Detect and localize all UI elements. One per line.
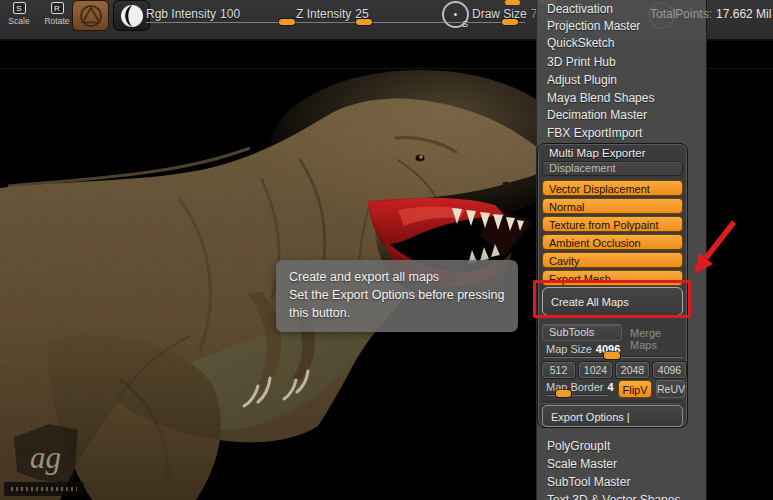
sphere-brush-icon	[114, 1, 149, 30]
z-intensity-handle[interactable]	[356, 19, 372, 25]
rotate-tool-button[interactable]: R Rotate	[40, 0, 74, 26]
menu-item-fbx-exportimport[interactable]: FBX ExportImport	[537, 125, 706, 141]
tooltip-title: Create and export all maps	[289, 268, 505, 286]
size-preset-1024[interactable]: 1024	[579, 362, 612, 378]
reuv-toggle[interactable]: ReUV	[656, 380, 685, 398]
flipv-toggle[interactable]: FlipV	[618, 380, 652, 398]
displacement-button[interactable]: Displacement	[542, 161, 683, 176]
menu-item-polygroupit[interactable]: PolyGroupIt	[537, 438, 706, 454]
z-intensity-track	[296, 22, 456, 23]
multi-map-exporter-title[interactable]: Multi Map Exporter	[549, 147, 646, 159]
ambient-occlusion-toggle[interactable]: Ambient Occlusion	[542, 234, 683, 250]
draw-size-handle[interactable]	[502, 19, 518, 25]
z-intensity-slider[interactable]: Z Intensity25	[296, 0, 458, 40]
menu-item-3d-print-hub[interactable]: 3D Print Hub	[537, 54, 706, 70]
zplugin-menu: Deactivation Projection Master QuickSket…	[536, 0, 707, 500]
subtools-button[interactable]: SubTools	[542, 324, 622, 341]
material-cone-icon	[73, 1, 108, 30]
menu-item-adjust-plugin[interactable]: Adjust Plugin	[537, 72, 706, 88]
map-size-handle[interactable]	[604, 352, 620, 359]
menu-item-decimation-master[interactable]: Decimation Master	[537, 107, 706, 123]
total-points-value: 17.662 Mil	[716, 7, 771, 21]
watermark: ag	[4, 424, 86, 498]
brush-button[interactable]	[113, 0, 150, 31]
annotation-arrow	[686, 216, 744, 282]
total-points-readout: TotalPoints:17.662 Mil	[650, 7, 771, 21]
size-preset-4096[interactable]: 4096	[653, 362, 686, 378]
highlight-rectangle	[533, 280, 691, 318]
vector-displacement-toggle[interactable]: Vector Displacement	[542, 180, 683, 196]
rotate-label: Rotate	[40, 16, 74, 26]
scale-icon: S	[13, 2, 26, 14]
zbrush-window: S Scale R Rotate Rgb Intensity100	[0, 0, 773, 500]
scale-label: Scale	[2, 16, 36, 26]
tooltip-body: Set the Export Options before pressing t…	[289, 286, 505, 322]
rgb-intensity-label: Rgb Intensity100	[146, 7, 240, 21]
scale-tool-button[interactable]: S Scale	[2, 0, 36, 26]
total-points-label: TotalPoints:	[650, 7, 712, 21]
menu-item-text-3d-vector-shapes[interactable]: Text 3D & Vector Shapes	[537, 492, 706, 500]
panel-groove	[542, 400, 683, 404]
tooltip: Create and export all maps Set the Expor…	[276, 260, 518, 332]
watermark-banner	[4, 482, 84, 496]
cavity-toggle[interactable]: Cavity	[542, 252, 683, 268]
watermark-script	[11, 487, 77, 491]
map-border-handle[interactable]	[556, 390, 571, 397]
rotate-icon: R	[51, 2, 64, 14]
menu-item-subtool-master[interactable]: SubTool Master	[537, 474, 706, 490]
menu-item-maya-blend-shapes[interactable]: Maya Blend Shapes	[537, 90, 706, 106]
normal-toggle[interactable]: Normal	[542, 198, 683, 214]
rgb-intensity-handle[interactable]	[279, 19, 295, 25]
export-options-button[interactable]: Export Options |	[542, 405, 683, 427]
menu-item-scale-master[interactable]: Scale Master	[537, 456, 706, 472]
material-button[interactable]	[72, 0, 109, 31]
menu-item-quicksketch[interactable]: QuickSketch	[537, 35, 706, 51]
rgb-intensity-slider[interactable]: Rgb Intensity100	[146, 0, 316, 40]
watermark-logo-text: ag	[30, 440, 61, 476]
draw-size-slider[interactable]: Draw Size76	[455, 0, 535, 40]
merge-maps-button-disabled: Merge Maps	[630, 327, 687, 351]
size-preset-512[interactable]: 512	[542, 362, 575, 378]
size-preset-2048[interactable]: 2048	[616, 362, 649, 378]
texture-from-polypaint-toggle[interactable]: Texture from Polypaint	[542, 216, 683, 232]
